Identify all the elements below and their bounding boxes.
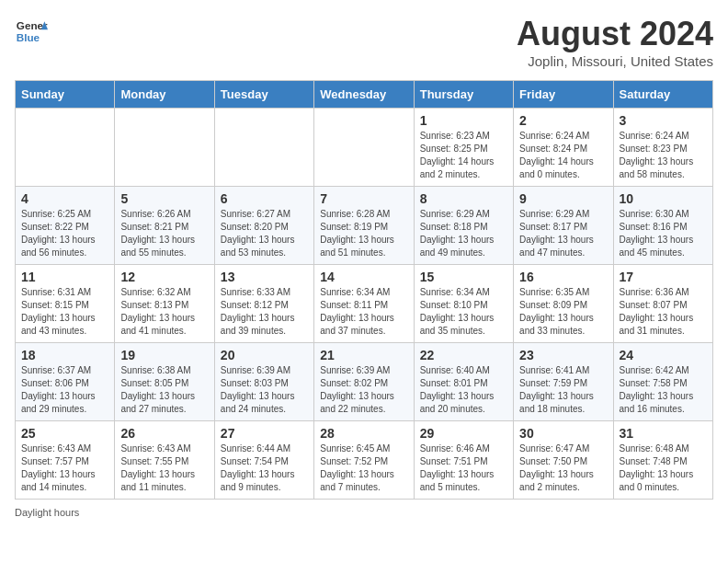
calendar-cell: 20Sunrise: 6:39 AM Sunset: 8:03 PM Dayli… <box>214 343 313 421</box>
calendar-cell: 7Sunrise: 6:28 AM Sunset: 8:19 PM Daylig… <box>314 187 414 265</box>
day-info: Sunrise: 6:38 AM Sunset: 8:05 PM Dayligh… <box>120 364 208 416</box>
day-info: Sunrise: 6:23 AM Sunset: 8:25 PM Dayligh… <box>420 130 507 181</box>
footer-note: Daylight hours <box>15 507 713 518</box>
day-info: Sunrise: 6:28 AM Sunset: 8:19 PM Dayligh… <box>320 208 407 259</box>
calendar-cell: 12Sunrise: 6:32 AM Sunset: 8:13 PM Dayli… <box>115 265 214 343</box>
day-number: 18 <box>21 348 108 362</box>
day-number: 29 <box>420 426 507 441</box>
day-info: Sunrise: 6:31 AM Sunset: 8:15 PM Dayligh… <box>21 286 108 338</box>
day-info: Sunrise: 6:29 AM Sunset: 8:17 PM Dayligh… <box>519 208 607 259</box>
day-number: 5 <box>120 191 208 206</box>
calendar-day-header: Tuesday <box>214 81 313 109</box>
day-info: Sunrise: 6:24 AM Sunset: 8:23 PM Dayligh… <box>620 130 707 181</box>
day-info: Sunrise: 6:30 AM Sunset: 8:16 PM Dayligh… <box>620 208 707 259</box>
day-number: 13 <box>221 270 308 284</box>
day-number: 11 <box>21 270 108 284</box>
day-number: 12 <box>120 270 208 284</box>
day-number: 1 <box>420 113 507 128</box>
calendar-cell <box>214 109 313 187</box>
calendar-cell: 21Sunrise: 6:39 AM Sunset: 8:02 PM Dayli… <box>314 343 414 421</box>
calendar-cell: 11Sunrise: 6:31 AM Sunset: 8:15 PM Dayli… <box>16 265 115 343</box>
calendar-cell: 17Sunrise: 6:36 AM Sunset: 8:07 PM Dayli… <box>613 265 712 343</box>
month-title: August 2024 <box>517 15 713 53</box>
day-number: 14 <box>320 270 407 284</box>
day-info: Sunrise: 6:24 AM Sunset: 8:24 PM Dayligh… <box>519 130 607 181</box>
day-number: 26 <box>120 426 208 441</box>
calendar-cell: 18Sunrise: 6:37 AM Sunset: 8:06 PM Dayli… <box>16 343 115 421</box>
calendar-cell: 19Sunrise: 6:38 AM Sunset: 8:05 PM Dayli… <box>115 343 214 421</box>
calendar-cell: 23Sunrise: 6:41 AM Sunset: 7:59 PM Dayli… <box>514 343 613 421</box>
day-number: 10 <box>620 191 707 206</box>
calendar-day-header: Sunday <box>16 81 115 109</box>
calendar-day-header: Friday <box>514 81 613 109</box>
day-info: Sunrise: 6:39 AM Sunset: 8:03 PM Dayligh… <box>221 364 308 416</box>
calendar-cell: 31Sunrise: 6:48 AM Sunset: 7:48 PM Dayli… <box>613 421 712 500</box>
location: Joplin, Missouri, United States <box>517 53 713 69</box>
calendar-day-header: Wednesday <box>314 81 414 109</box>
day-info: Sunrise: 6:27 AM Sunset: 8:20 PM Dayligh… <box>221 208 308 259</box>
logo: General Blue General Blue <box>15 15 48 48</box>
day-info: Sunrise: 6:41 AM Sunset: 7:59 PM Dayligh… <box>519 364 607 416</box>
day-number: 19 <box>120 348 208 362</box>
calendar-cell: 1Sunrise: 6:23 AM Sunset: 8:25 PM Daylig… <box>414 109 513 187</box>
calendar-cell: 8Sunrise: 6:29 AM Sunset: 8:18 PM Daylig… <box>414 187 513 265</box>
day-info: Sunrise: 6:36 AM Sunset: 8:07 PM Dayligh… <box>620 286 707 338</box>
title-block: August 2024 Joplin, Missouri, United Sta… <box>517 15 713 69</box>
day-info: Sunrise: 6:34 AM Sunset: 8:11 PM Dayligh… <box>320 286 407 338</box>
svg-text:Blue: Blue <box>17 31 40 43</box>
day-info: Sunrise: 6:37 AM Sunset: 8:06 PM Dayligh… <box>21 364 108 416</box>
calendar-day-header: Thursday <box>414 81 513 109</box>
day-number: 8 <box>420 191 507 206</box>
day-info: Sunrise: 6:45 AM Sunset: 7:52 PM Dayligh… <box>320 442 407 494</box>
day-info: Sunrise: 6:43 AM Sunset: 7:57 PM Dayligh… <box>21 442 108 494</box>
calendar-week-row: 11Sunrise: 6:31 AM Sunset: 8:15 PM Dayli… <box>16 265 713 343</box>
calendar-cell: 13Sunrise: 6:33 AM Sunset: 8:12 PM Dayli… <box>214 265 313 343</box>
calendar-cell: 28Sunrise: 6:45 AM Sunset: 7:52 PM Dayli… <box>314 421 414 500</box>
calendar-cell: 29Sunrise: 6:46 AM Sunset: 7:51 PM Dayli… <box>414 421 513 500</box>
day-number: 21 <box>320 348 407 362</box>
calendar-day-header: Saturday <box>613 81 712 109</box>
day-info: Sunrise: 6:25 AM Sunset: 8:22 PM Dayligh… <box>21 208 108 259</box>
calendar-cell: 24Sunrise: 6:42 AM Sunset: 7:58 PM Dayli… <box>613 343 712 421</box>
day-number: 27 <box>221 426 308 441</box>
day-number: 3 <box>620 113 707 128</box>
calendar-cell: 25Sunrise: 6:43 AM Sunset: 7:57 PM Dayli… <box>16 421 115 500</box>
day-number: 30 <box>519 426 607 441</box>
day-info: Sunrise: 6:33 AM Sunset: 8:12 PM Dayligh… <box>221 286 308 338</box>
day-number: 4 <box>21 191 108 206</box>
day-number: 24 <box>620 348 707 362</box>
calendar-week-row: 18Sunrise: 6:37 AM Sunset: 8:06 PM Dayli… <box>16 343 713 421</box>
calendar-cell: 10Sunrise: 6:30 AM Sunset: 8:16 PM Dayli… <box>613 187 712 265</box>
calendar-week-row: 1Sunrise: 6:23 AM Sunset: 8:25 PM Daylig… <box>16 109 713 187</box>
day-info: Sunrise: 6:47 AM Sunset: 7:50 PM Dayligh… <box>519 442 607 494</box>
calendar-day-header: Monday <box>115 81 214 109</box>
calendar-cell: 6Sunrise: 6:27 AM Sunset: 8:20 PM Daylig… <box>214 187 313 265</box>
calendar-cell: 26Sunrise: 6:43 AM Sunset: 7:55 PM Dayli… <box>115 421 214 500</box>
day-number: 25 <box>21 426 108 441</box>
day-number: 16 <box>519 270 607 284</box>
calendar-cell <box>16 109 115 187</box>
day-number: 15 <box>420 270 507 284</box>
day-info: Sunrise: 6:32 AM Sunset: 8:13 PM Dayligh… <box>120 286 208 338</box>
day-info: Sunrise: 6:42 AM Sunset: 7:58 PM Dayligh… <box>620 364 707 416</box>
calendar-header-row: SundayMondayTuesdayWednesdayThursdayFrid… <box>16 81 713 109</box>
calendar-cell: 4Sunrise: 6:25 AM Sunset: 8:22 PM Daylig… <box>16 187 115 265</box>
day-info: Sunrise: 6:35 AM Sunset: 8:09 PM Dayligh… <box>519 286 607 338</box>
day-number: 9 <box>519 191 607 206</box>
day-number: 28 <box>320 426 407 441</box>
logo-icon: General Blue <box>15 15 48 48</box>
day-info: Sunrise: 6:29 AM Sunset: 8:18 PM Dayligh… <box>420 208 507 259</box>
calendar-cell: 22Sunrise: 6:40 AM Sunset: 8:01 PM Dayli… <box>414 343 513 421</box>
day-number: 7 <box>320 191 407 206</box>
calendar-cell: 2Sunrise: 6:24 AM Sunset: 8:24 PM Daylig… <box>514 109 613 187</box>
calendar-cell: 9Sunrise: 6:29 AM Sunset: 8:17 PM Daylig… <box>514 187 613 265</box>
day-info: Sunrise: 6:40 AM Sunset: 8:01 PM Dayligh… <box>420 364 507 416</box>
day-number: 20 <box>221 348 308 362</box>
page-header: General Blue General Blue August 2024 Jo… <box>15 15 713 69</box>
calendar-cell: 15Sunrise: 6:34 AM Sunset: 8:10 PM Dayli… <box>414 265 513 343</box>
calendar-cell: 3Sunrise: 6:24 AM Sunset: 8:23 PM Daylig… <box>613 109 712 187</box>
calendar-cell: 30Sunrise: 6:47 AM Sunset: 7:50 PM Dayli… <box>514 421 613 500</box>
calendar-cell: 5Sunrise: 6:26 AM Sunset: 8:21 PM Daylig… <box>115 187 214 265</box>
day-info: Sunrise: 6:26 AM Sunset: 8:21 PM Dayligh… <box>120 208 208 259</box>
calendar-week-row: 25Sunrise: 6:43 AM Sunset: 7:57 PM Dayli… <box>16 421 713 500</box>
